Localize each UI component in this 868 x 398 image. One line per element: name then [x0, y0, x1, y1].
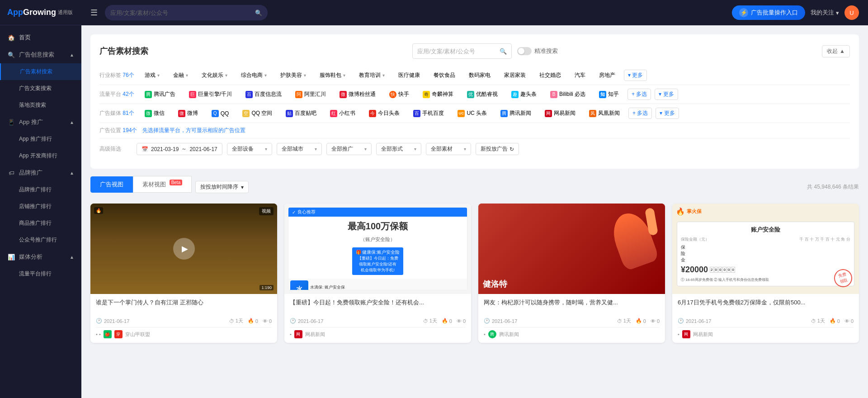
- sort-select[interactable]: 按投放时间降序 ▾: [195, 181, 249, 193]
- sidebar-item-media-analysis[interactable]: 📊 媒体分析 ▲: [0, 248, 81, 265]
- tag-food[interactable]: 餐饮食品: [429, 70, 460, 81]
- sidebar-item-app-dev-rank[interactable]: App 开发商排行: [0, 147, 81, 164]
- tag-culture[interactable]: 文化娱乐▾: [197, 70, 232, 81]
- device-select[interactable]: 全部设备 ▾: [227, 143, 272, 155]
- tag-zhihu[interactable]: 知 知乎: [594, 89, 624, 100]
- media-more-btn[interactable]: ▾ 更多: [656, 108, 679, 119]
- card-1-date: 🕐 2021-06-17: [96, 318, 129, 324]
- tag-social[interactable]: 社交婚恋: [534, 70, 566, 81]
- sidebar-item-brand-promote[interactable]: 🏷 品牌推广 ▲: [0, 164, 81, 181]
- tag-finance[interactable]: 金融▾: [168, 70, 193, 81]
- promote-select[interactable]: 全部推广 ▾: [326, 143, 372, 155]
- my-follow-label: 我的关注: [811, 9, 834, 17]
- hamburger-icon[interactable]: ☰: [90, 8, 98, 18]
- sidebar-item-product-rank[interactable]: 商品推广排行: [0, 215, 81, 232]
- panel-search-box[interactable]: 🔍: [412, 43, 512, 59]
- sidebar-item-platform-rank[interactable]: 流量平台排行: [0, 265, 81, 282]
- date-range-picker[interactable]: 📅 2021-03-19 ～ 2021-06-17: [137, 143, 222, 155]
- tab-material-view[interactable]: 素材视图 Beta: [133, 176, 192, 193]
- sidebar-item-ad-creative[interactable]: 🔍 广告创意搜索 ▲: [0, 46, 81, 63]
- panel-search-icon[interactable]: 🔍: [500, 48, 507, 55]
- platform-more-btn[interactable]: ▾ 更多: [655, 89, 678, 100]
- industry-count: 76个: [123, 72, 134, 78]
- user-avatar[interactable]: U: [844, 5, 859, 20]
- wechat-icon: 微: [145, 110, 152, 117]
- tag-weibo-plat[interactable]: 微 微博粉丝通: [335, 89, 381, 100]
- tag-kuaishou[interactable]: 快 快手: [384, 89, 414, 100]
- tag-home[interactable]: 家居家装: [499, 70, 531, 81]
- my-follow-btn[interactable]: 我的关注 ▾: [811, 9, 839, 17]
- collapse-btn[interactable]: 收起 ▲: [822, 45, 850, 57]
- sidebar-item-ad-material[interactable]: 广告素材搜索: [0, 63, 81, 80]
- sidebar-item-app-rank[interactable]: App 推广排行: [0, 131, 81, 147]
- tag-qq[interactable]: Q QQ: [207, 108, 234, 119]
- play-button[interactable]: [173, 238, 195, 260]
- card-3[interactable]: 健洛特 网友：枸杞原汁可以随身携带，随时喝，营养又健... 🕐 2021-06-…: [478, 204, 665, 343]
- panel-search-input[interactable]: [417, 48, 500, 55]
- city-select[interactable]: 全部城市 ▾: [277, 143, 322, 155]
- tag-fenghuang[interactable]: 凤 凤凰新闻: [584, 108, 625, 119]
- precise-search-toggle[interactable]: 精准搜索: [517, 47, 558, 55]
- tag-fashion[interactable]: 服饰鞋包▾: [315, 70, 350, 81]
- tag-qutoutiao[interactable]: 趣 趣头条: [506, 89, 542, 100]
- toggle-switch[interactable]: [517, 47, 532, 55]
- tag-bilibili[interactable]: B Bilibili 必选: [545, 89, 590, 100]
- tag-baidu[interactable]: 百 百度信息流: [241, 89, 287, 100]
- card-2-duration: ⏱ 1天: [423, 317, 437, 324]
- format-select[interactable]: 全部形式 ▾: [376, 143, 421, 155]
- sidebar-item-store-rank[interactable]: 店铺推广排行: [0, 198, 81, 215]
- tag-medical[interactable]: 医疗健康: [393, 70, 425, 81]
- header-search-input[interactable]: [110, 9, 255, 16]
- card-4-stats: ⏱ 1天 🔥 0 👁 0: [811, 317, 854, 324]
- sidebar-item-home[interactable]: 🏠 首页: [0, 29, 81, 46]
- qutoutiao-icon: 趣: [511, 91, 519, 98]
- tag-baidu-tieba[interactable]: 贴 百度贴吧: [281, 108, 321, 119]
- new-ad-btn[interactable]: 新投放广告 ↻: [476, 143, 519, 155]
- card-3-image: 健洛特: [478, 204, 665, 294]
- tag-mobile-baidu[interactable]: 百 手机百度: [408, 108, 449, 119]
- tag-ecommerce[interactable]: 综合电商▾: [236, 70, 272, 81]
- tag-digital[interactable]: 数码家电: [464, 70, 495, 81]
- tag-alibaba[interactable]: 阿 阿里汇川: [290, 89, 331, 100]
- tag-tencent[interactable]: 腾 腾讯广告: [140, 89, 180, 100]
- tag-weibo-media[interactable]: 微 微博: [173, 108, 203, 119]
- card-3-sources: • 腾 腾讯新闻: [484, 327, 660, 338]
- tag-game[interactable]: 游戏▾: [140, 70, 165, 81]
- card-3-body: 网友：枸杞原汁可以随身携带，随时喝，营养又健... 🕐 2021-06-17 ⏱…: [478, 294, 665, 343]
- header-search-box[interactable]: 🔍: [105, 5, 268, 20]
- tag-qqspace[interactable]: 空 QQ 空间: [237, 108, 277, 119]
- tag-auto[interactable]: 汽车: [570, 70, 590, 81]
- card-2[interactable]: ✓良心推荐 最高100万保额（账户安全险） 🎁 健康保:账户安全险 【重磅】今日…: [284, 204, 471, 343]
- sidebar-item-landing-page[interactable]: 落地页搜索: [0, 97, 81, 114]
- sidebar-item-app-promote[interactable]: 📱 App 推广 ▲: [0, 114, 81, 131]
- sidebar-item-ad-text[interactable]: 广告文案搜索: [0, 80, 81, 97]
- card-4-dots: •: [678, 332, 679, 337]
- card-1-duration: ⏱ 1天: [229, 317, 243, 324]
- chevron-down-format: ▾: [414, 147, 416, 152]
- tag-tencent-news[interactable]: 腾 腾讯新闻: [495, 108, 536, 119]
- tag-youku[interactable]: 优 优酷睿视: [462, 89, 503, 100]
- tag-jinritoutiao[interactable]: 今 今日头条: [364, 108, 405, 119]
- card-1[interactable]: 视频 🔥 1:190 谁是下一个掌门传人？自有江湖 正邪随心: [90, 204, 277, 343]
- tag-beauty[interactable]: 护肤美容▾: [275, 70, 311, 81]
- tag-realestate[interactable]: 房地产: [594, 70, 620, 81]
- card-4[interactable]: 🔥 掌火保 账户安全险 保险金额（元） 千 百 十 万 千 百 十 元 角 分 …: [672, 204, 859, 343]
- tag-wechat[interactable]: 微 微信: [140, 108, 170, 119]
- tag-wangyi-news[interactable]: 网 网易新闻: [540, 108, 580, 119]
- platform-multi-select[interactable]: + 多选: [627, 89, 651, 100]
- tag-education[interactable]: 教育培训▾: [354, 70, 390, 81]
- sidebar-item-brand-rank[interactable]: 品牌推广排行: [0, 181, 81, 198]
- sidebar-label-platform-rank: 流量平台排行: [19, 270, 52, 278]
- ad-batch-btn[interactable]: ⚡ 广告批量操作入口: [732, 5, 805, 20]
- tag-jlengine[interactable]: 巨 巨量引擎/千川: [184, 89, 237, 100]
- tab-ad-view[interactable]: 广告视图: [90, 176, 133, 193]
- tag-uc-toutiao[interactable]: UC UC 头条: [453, 108, 492, 119]
- sidebar-item-official-rank[interactable]: 公众号推广排行: [0, 232, 81, 248]
- material-select[interactable]: 全部素材 ▾: [426, 143, 471, 155]
- jinritoutiao-label: 今日头条: [378, 109, 400, 117]
- industry-tags: 游戏▾ 金融▾ 文化娱乐▾ 综合电商▾ 护肤美容▾ 服饰鞋包▾ 教育培训▾ 医疗…: [140, 70, 850, 81]
- industry-more-btn[interactable]: ▾ 更多: [624, 70, 647, 81]
- tag-xiaohongshu[interactable]: 红 小红书: [325, 108, 360, 119]
- tag-qilin[interactable]: 奇 奇麟神算: [418, 89, 458, 100]
- media-multi-select[interactable]: + 多选: [628, 108, 652, 119]
